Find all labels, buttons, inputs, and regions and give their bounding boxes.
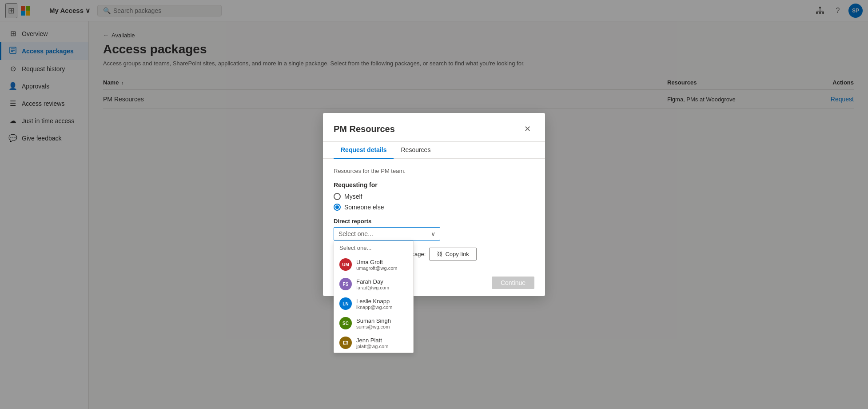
dialog-tabs: Request details Resources [323,142,545,159]
user-name-2: Leslie Knapp [356,298,392,305]
direct-reports-label: Direct reports [334,218,534,225]
dropdown-selected-text: Select one... [338,230,373,237]
radio-group: Myself Someone else [334,193,534,211]
dropdown-user-0[interactable]: UM Uma Groft umagroft@wg.com [334,255,413,274]
user-info-2: Leslie Knapp lknapp@wg.com [356,298,392,310]
user-info-3: Suman Singh sums@wg.com [356,317,391,329]
radio-someone-else-input[interactable] [334,204,341,211]
user-avatar-2: LN [339,297,352,310]
user-avatar-0: UM [339,258,352,271]
user-avatar-4: E3 [339,337,352,349]
dialog-title: PM Resources [334,124,395,140]
user-avatar-1: FS [339,278,352,290]
user-info-4: Jenn Platt jplatt@wg.com [356,337,388,349]
close-button[interactable]: ✕ [520,122,534,136]
dropdown-user-1[interactable]: FS Farah Day farad@wg.com [334,274,413,294]
user-name-0: Uma Groft [356,259,397,265]
tab-resources[interactable]: Resources [394,142,438,159]
user-name-1: Farah Day [356,278,389,285]
user-email-4: jplatt@wg.com [356,344,388,349]
dropdown-placeholder-item[interactable]: Select one... [334,241,413,255]
user-info-1: Farah Day farad@wg.com [356,278,389,290]
user-name-3: Suman Singh [356,317,391,324]
user-email-1: farad@wg.com [356,285,389,290]
dropdown-list: Select one... UM Uma Groft umagroft@wg.c… [334,241,414,353]
direct-reports-dropdown[interactable]: Select one... ∨ [334,227,440,241]
copy-link-button[interactable]: ⛓ Copy link [429,248,476,261]
user-avatar-3: SC [339,317,352,329]
chevron-down-icon: ∨ [431,230,435,237]
tab-request-details[interactable]: Request details [334,142,394,159]
user-email-3: sums@wg.com [356,324,391,329]
radio-myself-label: Myself [344,193,362,200]
radio-myself[interactable]: Myself [334,193,534,200]
modal-overlay: PM Resources ✕ Request details Resources… [0,0,868,409]
dropdown-user-2[interactable]: LN Leslie Knapp lknapp@wg.com [334,294,413,313]
dialog-description: Resources for the PM team. [334,168,534,174]
user-email-0: umagroft@wg.com [356,265,397,271]
user-email-2: lknapp@wg.com [356,305,392,310]
copy-icon: ⛓ [437,251,442,257]
requesting-for-label: Requesting for [334,181,534,188]
radio-someone-else-label: Someone else [344,204,384,211]
dropdown-wrapper: Select one... ∨ Select one... UM Uma Gro… [334,227,534,241]
continue-button[interactable]: Continue [492,277,534,289]
dropdown-user-4[interactable]: E3 Jenn Platt jplatt@wg.com [334,333,413,353]
dropdown-user-3[interactable]: SC Suman Singh sums@wg.com [334,313,413,333]
dialog-header: PM Resources ✕ [323,113,545,142]
radio-someone-else[interactable]: Someone else [334,204,534,211]
user-info-0: Uma Groft umagroft@wg.com [356,259,397,271]
user-name-4: Jenn Platt [356,337,388,344]
dialog: PM Resources ✕ Request details Resources… [323,113,545,296]
radio-myself-input[interactable] [334,193,341,200]
dialog-body: Resources for the PM team. Requesting fo… [323,159,545,269]
